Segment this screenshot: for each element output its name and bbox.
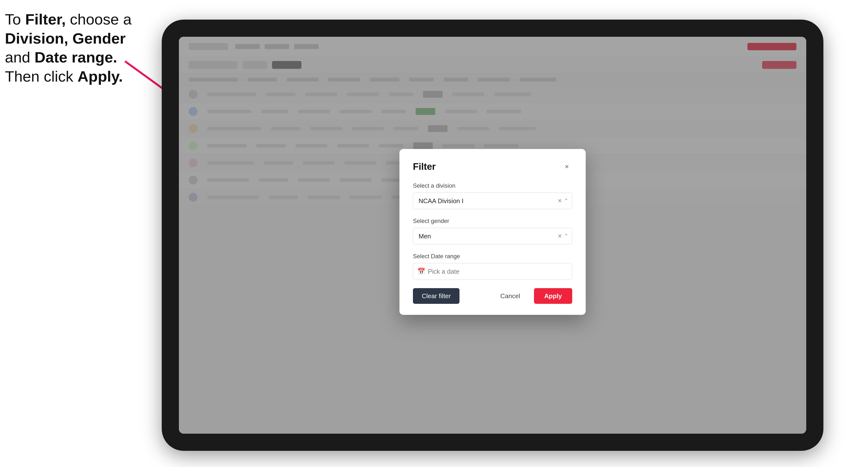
- date-range-field-group: Select Date range 📅: [413, 253, 572, 280]
- instruction-line3: and Date range.: [5, 49, 117, 66]
- modal-title: Filter: [413, 161, 436, 172]
- gender-label: Select gender: [413, 218, 572, 224]
- division-label: Select a division: [413, 182, 572, 189]
- instruction-line1: To Filter, choose a: [5, 11, 132, 28]
- cancel-button[interactable]: Cancel: [492, 288, 529, 304]
- gender-field-group: Select gender Men Women Co-ed ✕ ⌃: [413, 218, 572, 245]
- modal-footer: Clear filter Cancel Apply: [413, 288, 572, 304]
- tablet-frame: Filter × Select a division NCAA Division…: [162, 20, 824, 451]
- date-range-label: Select Date range: [413, 253, 572, 260]
- footer-right-buttons: Cancel Apply: [492, 288, 572, 304]
- division-select[interactable]: NCAA Division I NCAA Division II NCAA Di…: [413, 193, 572, 209]
- apply-button[interactable]: Apply: [534, 288, 572, 304]
- instruction-block: To Filter, choose a Division, Gender and…: [5, 10, 147, 86]
- instruction-bold2: Division, Gender: [5, 30, 126, 47]
- instruction-line4: Then click Apply.: [5, 68, 123, 85]
- division-select-wrapper: NCAA Division I NCAA Division II NCAA Di…: [413, 193, 572, 209]
- division-field-group: Select a division NCAA Division I NCAA D…: [413, 182, 572, 209]
- filter-modal: Filter × Select a division NCAA Division…: [399, 149, 586, 315]
- gender-select[interactable]: Men Women Co-ed: [413, 228, 572, 245]
- gender-clear-icon[interactable]: ✕: [558, 233, 562, 239]
- date-input-wrapper: 📅: [413, 263, 572, 280]
- tablet-screen: Filter × Select a division NCAA Division…: [179, 37, 806, 434]
- modal-header: Filter ×: [413, 161, 572, 172]
- modal-close-button[interactable]: ×: [561, 161, 572, 172]
- clear-filter-button[interactable]: Clear filter: [413, 288, 460, 304]
- division-clear-icon[interactable]: ✕: [558, 198, 562, 204]
- date-range-input[interactable]: [413, 263, 572, 280]
- gender-select-wrapper: Men Women Co-ed ✕ ⌃: [413, 228, 572, 245]
